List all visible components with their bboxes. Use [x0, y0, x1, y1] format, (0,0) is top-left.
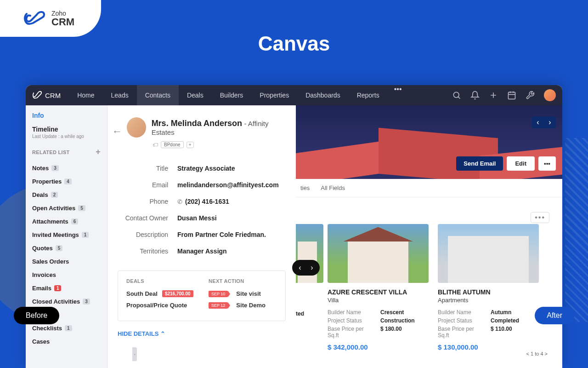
next-action-heading: NEXT ACTION	[209, 278, 277, 284]
hide-details-toggle[interactable]: HIDE DETAILS⌃	[118, 330, 286, 337]
deals-heading: DEALS	[126, 278, 195, 284]
related-item[interactable]: Sales Orders	[32, 255, 101, 268]
back-arrow-icon[interactable]: ←	[112, 126, 122, 138]
user-avatar[interactable]	[544, 89, 556, 101]
related-item[interactable]: Deals2	[32, 188, 101, 201]
nav-deals[interactable]: Deals	[179, 85, 212, 105]
field-phone[interactable]: ✆(202) 416-1631	[177, 198, 229, 205]
related-item[interactable]: Closed Activities3	[32, 295, 101, 308]
property-title: BLITHE AUTUMN	[438, 288, 539, 296]
count-badge: 2	[51, 192, 58, 198]
field-owner: Dusan Messi	[177, 214, 217, 222]
timeline-sub: Last Update : a while ago	[32, 134, 101, 139]
nav-more[interactable]: •••	[388, 85, 408, 105]
count-badge: 1	[65, 325, 72, 331]
count-badge: 1	[54, 285, 62, 291]
field-email[interactable]: melindanderson@affinityest.com	[177, 181, 279, 189]
send-email-button[interactable]: Send Email	[456, 156, 503, 171]
nav-properties[interactable]: Properties	[251, 85, 297, 105]
contact-detail: ← Mrs. Melinda Anderson - Affinity Estat…	[107, 105, 296, 368]
property-title: AZURE CRESCENT VILLA	[328, 288, 429, 296]
tab-all-fields[interactable]: All Fields	[321, 184, 345, 191]
field-territories: Manager Assign	[177, 247, 227, 255]
slider-right-icon[interactable]: ›	[306, 262, 318, 274]
count-badge: 5	[56, 245, 63, 251]
property-price: $ 342,000.00	[328, 343, 429, 351]
nav-builders[interactable]: Builders	[212, 85, 252, 105]
logo-product: CRM	[51, 17, 74, 27]
related-item[interactable]: Attachments6	[32, 215, 101, 228]
property-card[interactable]: AZURE CRESCENT VILLA Villa Builder NameC…	[328, 224, 429, 351]
nav-items: Home Leads Contacts Deals Builders Prope…	[69, 85, 408, 105]
properties-section: ••• leted 0 AZURE CRESCENT VILLA Villa	[296, 206, 556, 360]
plus-icon[interactable]	[489, 91, 498, 100]
related-item[interactable]: Properties4	[32, 175, 101, 188]
bell-icon[interactable]	[470, 91, 480, 100]
before-pill: Before	[14, 307, 59, 324]
property-image	[438, 224, 539, 283]
related-item[interactable]: Emails1	[32, 282, 101, 295]
prev-record-button[interactable]: ‹	[532, 116, 544, 128]
add-related-icon[interactable]: +	[96, 147, 101, 157]
crm-logo-icon	[32, 90, 42, 100]
svg-rect-4	[509, 92, 515, 99]
tools-icon[interactable]	[526, 91, 535, 100]
hero-image: ‹ › Send Email Edit •••	[296, 105, 562, 179]
count-badge: 4	[64, 178, 72, 184]
tab-partial[interactable]: ties	[300, 184, 310, 191]
svg-point-0	[453, 92, 459, 98]
nav-reports[interactable]: Reports	[349, 85, 388, 105]
nav-leads[interactable]: Leads	[103, 85, 137, 105]
nav-dashboards[interactable]: Dashboards	[297, 85, 349, 105]
tag-icon: 🏷	[153, 142, 158, 148]
related-list-header: RELATED LIST	[32, 150, 70, 155]
edit-button[interactable]: Edit	[507, 156, 535, 171]
count-badge: 3	[51, 165, 59, 171]
property-price: $ 130,000.00	[438, 343, 539, 351]
related-item[interactable]: Notes3	[32, 161, 101, 175]
zoho-logo-icon	[23, 10, 46, 27]
property-image	[328, 224, 429, 283]
related-item[interactable]: Invited Meetings1	[32, 228, 101, 242]
record-nav: ‹ ›	[532, 116, 556, 128]
top-nav: CRM Home Leads Contacts Deals Builders P…	[26, 85, 562, 105]
page-title: Canvas	[258, 32, 330, 55]
chevron-up-icon: ⌃	[160, 330, 165, 337]
canvas-panel: ‹ › Send Email Edit ••• ties All Fields …	[296, 105, 562, 368]
section-more-button[interactable]: •••	[531, 212, 549, 223]
related-item[interactable]: Cases	[32, 335, 101, 348]
count-badge: 3	[83, 299, 90, 305]
calendar-icon[interactable]	[507, 91, 516, 100]
after-pill: After	[535, 307, 574, 324]
related-item[interactable]: Quotes5	[32, 242, 101, 255]
count-badge: 6	[71, 218, 79, 224]
search-icon[interactable]	[452, 91, 461, 100]
related-item[interactable]: Invoices	[32, 268, 101, 282]
sidebar-info[interactable]: Info	[32, 112, 101, 119]
nav-contacts[interactable]: Contacts	[137, 85, 179, 105]
count-badge: 5	[78, 205, 85, 211]
related-item[interactable]: Open Activities5	[32, 201, 101, 215]
contact-name: Mrs. Melinda Anderson	[152, 119, 242, 128]
comparison-slider[interactable]: ‹ ›	[292, 260, 320, 276]
logo: Zoho CRM	[0, 0, 101, 37]
nav-brand[interactable]: CRM	[32, 90, 61, 100]
contact-tag[interactable]: BPdone	[161, 141, 184, 148]
field-desc: From Partner Cole Friedman.	[177, 231, 266, 238]
property-card[interactable]: BLITHE AUTUMN Apartments Builder NameAut…	[438, 224, 539, 351]
add-tag-button[interactable]: +	[187, 142, 194, 148]
next-record-button[interactable]: ›	[544, 116, 556, 128]
pagination[interactable]: < 1 to 4 >	[526, 351, 548, 356]
sidebar-toggle[interactable]: ›	[132, 347, 137, 361]
field-title: Strategy Associate	[177, 165, 235, 172]
timeline-title[interactable]: Timeline	[32, 126, 101, 133]
slider-left-icon[interactable]: ‹	[294, 262, 306, 274]
phone-icon: ✆	[177, 198, 182, 205]
nav-home[interactable]: Home	[69, 85, 102, 105]
page-header: Zoho CRM Canvas	[0, 0, 588, 78]
more-actions-button[interactable]: •••	[538, 156, 556, 171]
app-window: CRM Home Leads Contacts Deals Builders P…	[26, 85, 562, 368]
count-badge: 1	[82, 232, 89, 238]
sidebar: Info Timeline Last Update : a while ago …	[26, 105, 107, 368]
contact-avatar[interactable]	[127, 117, 146, 138]
